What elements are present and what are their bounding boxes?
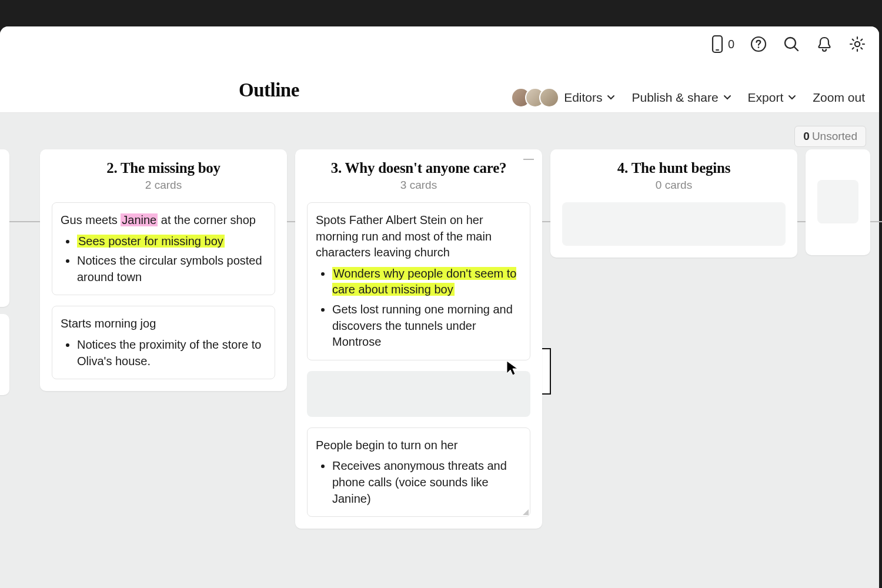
card[interactable]: Spots Father Albert Stein on her morning… bbox=[307, 202, 530, 360]
bullet: Notices the proximity of the store to Ol… bbox=[77, 337, 264, 369]
card[interactable]: Starts morning jog Notices the proximity… bbox=[52, 306, 275, 379]
editor-avatars bbox=[517, 88, 559, 108]
svg-point-6 bbox=[855, 42, 860, 46]
card[interactable]: People begin to turn on her Receives ano… bbox=[307, 427, 530, 517]
column-partial[interactable] bbox=[0, 149, 9, 307]
export-menu[interactable]: Export bbox=[748, 91, 797, 105]
column-hunt-begins[interactable]: 4. The hunt begins 0 cards bbox=[550, 149, 797, 258]
gear-icon[interactable] bbox=[848, 35, 866, 53]
utility-row: 0 bbox=[710, 35, 866, 54]
bullet: Receives anonymous threats and phone cal… bbox=[332, 458, 519, 507]
zoom-out-button[interactable]: Zoom out bbox=[813, 91, 865, 105]
canvas[interactable]: 0Unsorted 2. The missing boy 2 cards Gus… bbox=[0, 113, 879, 588]
column-header: 3. Why doesn't anyone care? 3 cards bbox=[301, 160, 536, 192]
zoomout-label: Zoom out bbox=[813, 91, 865, 105]
help-icon[interactable] bbox=[750, 35, 767, 53]
editors-label: Editors bbox=[564, 91, 602, 105]
card-drop-placeholder bbox=[307, 371, 530, 417]
column-header: 4. The hunt begins 0 cards bbox=[556, 160, 791, 192]
topbar: 0 bbox=[0, 26, 879, 113]
svg-point-3 bbox=[758, 46, 760, 48]
topbar-menu: Editors Publish & share Export Zoom out bbox=[517, 88, 865, 108]
bullet: Sees poster for missing boy bbox=[77, 233, 264, 250]
chevron-down-icon bbox=[788, 95, 796, 101]
publish-menu[interactable]: Publish & share bbox=[632, 91, 731, 105]
column-title: 3. Why doesn't anyone care? bbox=[301, 160, 536, 176]
bullet: Wonders why people don't seem to care ab… bbox=[332, 266, 519, 298]
chevron-down-icon bbox=[607, 95, 615, 101]
unsorted-pill[interactable]: 0Unsorted bbox=[794, 126, 866, 147]
export-label: Export bbox=[748, 91, 784, 105]
bullet: Gets lost running one morning and discov… bbox=[332, 302, 519, 350]
highlight-pink: Janine bbox=[121, 213, 158, 226]
column-why-doesnt-anyone-care[interactable]: 3. Why doesn't anyone care? 3 cards Spot… bbox=[295, 149, 542, 529]
avatar bbox=[539, 88, 559, 108]
column-missing-boy[interactable]: 2. The missing boy 2 cards Gus meets Jan… bbox=[40, 149, 287, 391]
bell-icon[interactable] bbox=[816, 35, 833, 53]
column-title: 4. The hunt begins bbox=[556, 160, 791, 176]
publish-label: Publish & share bbox=[632, 91, 718, 105]
highlight-yellow: Sees poster for missing boy bbox=[77, 235, 225, 248]
search-icon[interactable] bbox=[783, 35, 800, 53]
card-text: Spots Father Albert Stein on her morning… bbox=[316, 213, 492, 259]
svg-rect-1 bbox=[716, 49, 719, 51]
column-partial[interactable] bbox=[0, 314, 9, 395]
column-card-count: 3 cards bbox=[301, 179, 536, 192]
card-text: Gus meets Janine at the corner shop bbox=[61, 213, 256, 226]
phone-icon bbox=[710, 35, 724, 54]
column-header: 2. The missing boy 2 cards bbox=[46, 160, 281, 192]
unsorted-label: Unsorted bbox=[812, 130, 857, 142]
collapse-icon[interactable] bbox=[523, 159, 534, 160]
chevron-down-icon bbox=[723, 95, 731, 101]
bullet: Notices the circular symbols posted arou… bbox=[77, 253, 264, 285]
svg-line-5 bbox=[794, 47, 798, 51]
highlight-yellow: Wonders why people don't seem to care ab… bbox=[332, 267, 516, 296]
editors-menu[interactable]: Editors bbox=[517, 88, 615, 108]
phone-count: 0 bbox=[728, 38, 734, 51]
card-text: People begin to turn on her bbox=[316, 439, 457, 452]
card-bullets: Receives anonymous threats and phone cal… bbox=[316, 458, 519, 507]
column-card-count: 0 cards bbox=[556, 179, 791, 192]
card-bullets: Wonders why people don't seem to care ab… bbox=[316, 266, 519, 350]
column-title: 2. The missing boy bbox=[46, 160, 281, 176]
column-card-count: 2 cards bbox=[46, 179, 281, 192]
card-bullets: Sees poster for missing boy Notices the … bbox=[61, 233, 264, 286]
column-partial[interactable] bbox=[806, 149, 870, 255]
empty-card-slot[interactable] bbox=[562, 202, 786, 246]
empty-card-slot[interactable] bbox=[817, 180, 858, 223]
card-text: Starts morning jog bbox=[61, 317, 156, 330]
card[interactable]: Gus meets Janine at the corner shop Sees… bbox=[52, 202, 275, 295]
card-bullets: Notices the proximity of the store to Ol… bbox=[61, 337, 264, 369]
unsorted-count: 0 bbox=[803, 130, 810, 142]
phone-indicator[interactable]: 0 bbox=[710, 35, 734, 54]
app-window: 0 bbox=[0, 26, 879, 588]
page-title: Outline bbox=[239, 79, 299, 101]
